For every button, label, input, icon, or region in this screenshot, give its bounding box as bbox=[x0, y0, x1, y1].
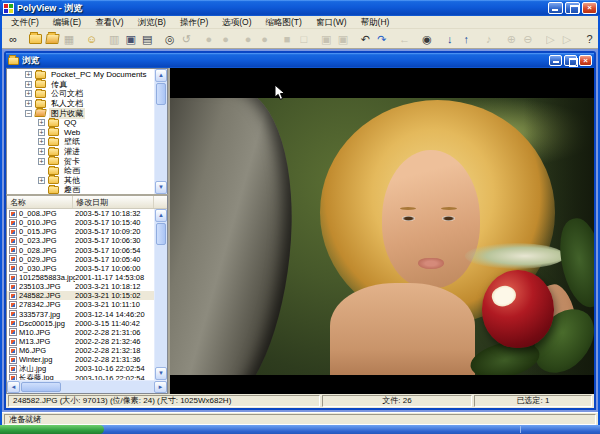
record-icon[interactable]: ◎ bbox=[162, 31, 179, 47]
file-row[interactable]: 235103.JPG2003-3-21 10:18:12 bbox=[7, 282, 154, 291]
scroll-up-icon[interactable]: ▲ bbox=[155, 69, 167, 82]
file-row[interactable]: M13.JPG2002-2-28 21:32:46 bbox=[7, 337, 154, 346]
stop-icon[interactable]: ◉ bbox=[419, 31, 436, 47]
nav-last-icon[interactable]: ● bbox=[256, 31, 273, 47]
tree-toggle-icon[interactable]: + bbox=[38, 148, 45, 155]
open-folder-icon[interactable] bbox=[44, 31, 61, 47]
fit-view-icon[interactable]: □ bbox=[295, 31, 312, 47]
title-bar[interactable]: PolyView - 浏览 × bbox=[0, 0, 600, 16]
browse-window: 浏览 × +Pocket_PC My Documents+传真+公司文档+私人文… bbox=[4, 51, 596, 410]
folder-icon bbox=[35, 90, 46, 98]
file-row[interactable]: 0_029.JPG2003-5-17 10:05:40 bbox=[7, 255, 154, 264]
tile-view-icon[interactable]: ■ bbox=[279, 31, 296, 47]
list-scrollbar[interactable]: ▲ ▼ bbox=[154, 209, 167, 380]
save-icon[interactable]: ▦ bbox=[61, 31, 78, 47]
scroll-thumb[interactable] bbox=[156, 83, 166, 105]
zoom-out-icon[interactable]: ⊖ bbox=[520, 31, 537, 47]
menu-item-options[interactable]: 选项(O) bbox=[215, 16, 258, 29]
rotate-left-icon[interactable]: ↶ bbox=[357, 31, 374, 47]
tree-trunk-shape bbox=[170, 98, 306, 375]
scroll-down-icon[interactable]: ▼ bbox=[155, 367, 167, 380]
scroll-left-icon[interactable]: ◄ bbox=[7, 381, 20, 393]
browse-title-bar[interactable]: 浏览 × bbox=[6, 53, 594, 68]
nav-prev-icon[interactable]: ● bbox=[217, 31, 234, 47]
tree-toggle-icon[interactable]: + bbox=[38, 138, 45, 145]
new-folder-icon[interactable] bbox=[28, 31, 45, 47]
move-up-icon[interactable]: ↑ bbox=[458, 31, 475, 47]
list-hscrollbar[interactable]: ◄ ► bbox=[7, 380, 167, 393]
tree-item-pocket-pc-my-documents[interactable]: +Pocket_PC My Documents bbox=[7, 70, 154, 80]
move-down-icon[interactable]: ↓ bbox=[441, 31, 458, 47]
help-icon[interactable]: ? bbox=[581, 31, 598, 47]
file-row[interactable]: 248582.JPG2003-3-21 10:15:02 bbox=[7, 291, 154, 300]
full-screen-icon[interactable]: ▣ bbox=[335, 31, 352, 47]
file-row[interactable]: 1012585883a.jpg2001-11-17 14:53:08 bbox=[7, 273, 154, 282]
tree-toggle-icon[interactable]: + bbox=[38, 177, 45, 184]
browse-icon[interactable]: ∞ bbox=[5, 31, 22, 47]
nav-next-icon[interactable]: ● bbox=[240, 31, 257, 47]
file-row[interactable]: M6.JPG2002-2-28 21:32:18 bbox=[7, 346, 154, 355]
rotate-right-icon[interactable]: ↷ bbox=[374, 31, 391, 47]
restore-button[interactable] bbox=[565, 2, 580, 14]
copy-icon[interactable]: ▥ bbox=[106, 31, 123, 47]
file-name: 248582.JPG bbox=[19, 291, 75, 300]
file-row[interactable]: 278342.JPG2003-3-21 10:11:10 bbox=[7, 300, 154, 309]
menu-item-window[interactable]: 窗口(W) bbox=[309, 16, 354, 29]
next-file-icon[interactable]: ▷ bbox=[559, 31, 576, 47]
file-row[interactable]: 0_028.JPG2003-5-17 10:06:54 bbox=[7, 246, 154, 255]
file-row[interactable]: 0_030.JPG2003-5-17 10:06:00 bbox=[7, 264, 154, 273]
prev-file-icon[interactable]: ▷ bbox=[542, 31, 559, 47]
file-row[interactable]: 0_015.JPG2003-5-17 10:09:20 bbox=[7, 227, 154, 236]
image-preview-pane[interactable] bbox=[170, 68, 594, 394]
file-row[interactable]: Dsc00015.jpg2000-3-15 11:40:42 bbox=[7, 319, 154, 328]
scroll-up-icon[interactable]: ▲ bbox=[155, 209, 167, 222]
undo-icon[interactable]: ↺ bbox=[178, 31, 195, 47]
tree-toggle-icon[interactable]: − bbox=[25, 110, 32, 117]
menu-item-browse[interactable]: 浏览(B) bbox=[131, 16, 173, 29]
file-row[interactable]: M10.JPG2002-2-28 21:31:06 bbox=[7, 328, 154, 337]
column-date[interactable]: 修改日期 bbox=[73, 196, 154, 208]
browse-maximize-button[interactable] bbox=[564, 55, 577, 66]
menu-item-file[interactable]: 文件(F) bbox=[4, 16, 46, 29]
print-icon[interactable]: ▤ bbox=[139, 31, 156, 47]
file-row[interactable]: 0_023.JPG2003-5-17 10:06:30 bbox=[7, 236, 154, 245]
sound-icon[interactable]: ♪ bbox=[481, 31, 498, 47]
file-name: M10.JPG bbox=[19, 328, 75, 337]
browse-minimize-button[interactable] bbox=[549, 55, 562, 66]
nav-first-icon[interactable]: ● bbox=[201, 31, 218, 47]
scroll-down-icon[interactable]: ▼ bbox=[155, 181, 167, 194]
minimize-button[interactable] bbox=[548, 2, 563, 14]
menu-item-operate[interactable]: 操作(P) bbox=[173, 16, 215, 29]
actual-size-icon[interactable]: ▣ bbox=[318, 31, 335, 47]
tree-item-fun-pics[interactable]: +趣画 bbox=[7, 185, 154, 194]
tree-item-picture-collection[interactable]: −图片收藏 bbox=[7, 108, 154, 118]
back-icon[interactable]: ← bbox=[396, 31, 413, 47]
menu-item-edit[interactable]: 编辑(E) bbox=[46, 16, 88, 29]
menu-item-view[interactable]: 查看(V) bbox=[88, 16, 130, 29]
scroll-thumb[interactable] bbox=[21, 382, 61, 392]
close-button[interactable]: × bbox=[582, 2, 597, 14]
file-row[interactable]: 3335737.jpg2003-12-14 14:46:20 bbox=[7, 310, 154, 319]
menu-item-help[interactable]: 帮助(H) bbox=[354, 16, 397, 29]
tree-toggle-icon[interactable]: + bbox=[38, 158, 45, 165]
tree-scrollbar[interactable]: ▲ ▼ bbox=[154, 69, 167, 194]
browse-close-button[interactable]: × bbox=[579, 55, 592, 66]
scroll-right-icon[interactable]: ► bbox=[154, 381, 167, 393]
tree-toggle-icon[interactable]: + bbox=[25, 100, 32, 107]
tree-toggle-icon[interactable]: + bbox=[25, 71, 32, 78]
zoom-in-icon[interactable]: ⊕ bbox=[503, 31, 520, 47]
tree-toggle-icon[interactable]: + bbox=[25, 81, 32, 88]
scroll-thumb[interactable] bbox=[156, 223, 166, 245]
start-button[interactable] bbox=[0, 425, 104, 434]
capture-icon[interactable]: ▣ bbox=[122, 31, 139, 47]
tree-toggle-icon[interactable]: + bbox=[38, 129, 45, 136]
file-row[interactable]: 0_010.JPG2003-5-17 10:15:40 bbox=[7, 218, 154, 227]
tree-toggle-icon[interactable]: + bbox=[38, 119, 45, 126]
tree-toggle-icon[interactable]: + bbox=[25, 90, 32, 97]
menu-item-thumbnail[interactable]: 缩略图(T) bbox=[259, 16, 309, 29]
column-name[interactable]: 名称 bbox=[7, 196, 73, 208]
slideshow-icon[interactable]: ☺ bbox=[83, 31, 100, 47]
windows-taskbar[interactable] bbox=[0, 425, 600, 434]
file-row[interactable]: 0_008.JPG2003-5-17 10:18:32 bbox=[7, 209, 154, 218]
tree-item-qq[interactable]: +QQ bbox=[7, 118, 154, 128]
